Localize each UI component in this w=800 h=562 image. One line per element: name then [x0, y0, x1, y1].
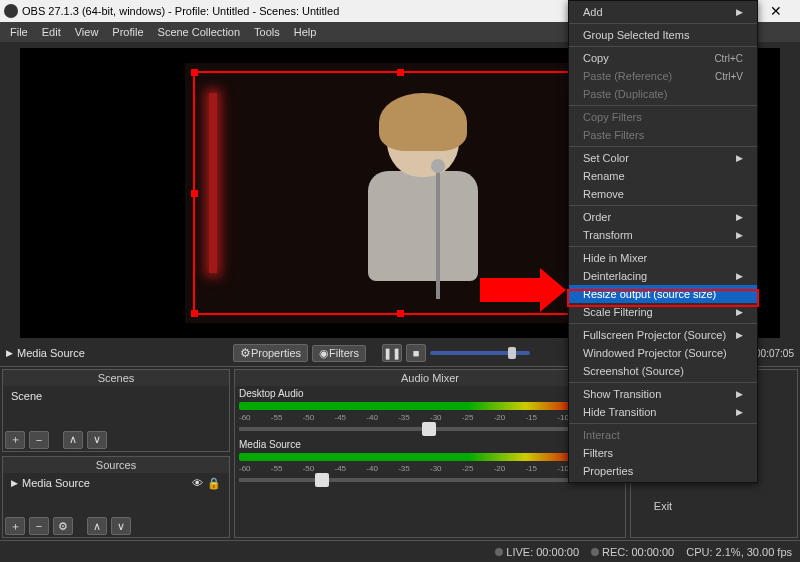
menu-help[interactable]: Help	[288, 24, 323, 40]
add-scene-button[interactable]: ＋	[5, 431, 25, 449]
mixer-channel-name: Media Source	[239, 439, 621, 450]
submenu-arrow-icon: ▶	[736, 407, 743, 417]
ctx-properties[interactable]: Properties	[569, 462, 757, 480]
expand-icon[interactable]: ▶	[11, 478, 18, 488]
ctx-interact: Interact	[569, 426, 757, 444]
sources-panel: Sources ▶ Media Source 👁 🔒 ＋ − ⚙ ∧	[2, 456, 230, 539]
ctx-show-transition[interactable]: Show Transition▶	[569, 385, 757, 403]
ctx-windowed-projector-source-[interactable]: Windowed Projector (Source)	[569, 344, 757, 362]
ctx-scale-filtering[interactable]: Scale Filtering▶	[569, 303, 757, 321]
transition-time: 00:07:05	[755, 348, 794, 359]
ctx-copy-filters: Copy Filters	[569, 108, 757, 126]
ctx-transform[interactable]: Transform▶	[569, 226, 757, 244]
rec-dot-icon	[591, 548, 599, 556]
ctx-set-color[interactable]: Set Color▶	[569, 149, 757, 167]
exit-label[interactable]: Exit	[570, 500, 756, 512]
ctx-deinterlacing[interactable]: Deinterlacing▶	[569, 267, 757, 285]
source-down-button[interactable]: ∨	[111, 517, 131, 535]
ctx-paste-reference-: Paste (Reference)Ctrl+V	[569, 67, 757, 85]
scenes-header: Scenes	[3, 370, 229, 386]
menu-profile[interactable]: Profile	[106, 24, 149, 40]
submenu-arrow-icon: ▶	[736, 212, 743, 222]
ctx-rename[interactable]: Rename	[569, 167, 757, 185]
expand-icon[interactable]: ▶	[6, 348, 13, 358]
handle-tm[interactable]	[397, 69, 404, 76]
rec-status: REC: 00:00:00	[591, 546, 674, 558]
submenu-arrow-icon: ▶	[736, 153, 743, 163]
submenu-arrow-icon: ▶	[736, 230, 743, 240]
scenes-panel: Scenes Scene ＋ − ∧ ∨	[2, 369, 230, 452]
audio-meter	[239, 453, 621, 461]
remove-scene-button[interactable]: −	[29, 431, 49, 449]
meter-ticks: -60-55-50-45-40-35-30-25-20-15-10-50	[239, 464, 621, 476]
stop-button[interactable]: ■	[406, 344, 426, 362]
scene-down-button[interactable]: ∨	[87, 431, 107, 449]
annotation-arrow	[480, 278, 542, 302]
sources-header: Sources	[3, 457, 229, 473]
close-button[interactable]: ✕	[756, 3, 796, 19]
menu-view[interactable]: View	[69, 24, 105, 40]
pause-button[interactable]: ❚❚	[382, 344, 402, 362]
submenu-arrow-icon: ▶	[736, 307, 743, 317]
live-status: LIVE: 00:00:00	[495, 546, 579, 558]
ctx-paste-filters: Paste Filters	[569, 126, 757, 144]
audio-meter	[239, 402, 621, 410]
handle-bm[interactable]	[397, 310, 404, 317]
gear-icon: ⚙	[240, 346, 251, 360]
menu-tools[interactable]: Tools	[248, 24, 286, 40]
ctx-add[interactable]: Add▶	[569, 3, 757, 21]
properties-button[interactable]: ⚙Properties	[233, 344, 308, 362]
menu-scene-collection[interactable]: Scene Collection	[152, 24, 247, 40]
lock-icon[interactable]: 🔒	[207, 477, 221, 490]
remove-source-button[interactable]: −	[29, 517, 49, 535]
ctx-group-selected-items[interactable]: Group Selected Items	[569, 26, 757, 44]
context-menu: Add▶Group Selected ItemsCopyCtrl+CPaste …	[568, 0, 758, 483]
volume-slider[interactable]	[239, 478, 621, 482]
scene-up-button[interactable]: ∧	[63, 431, 83, 449]
ctx-screenshot-source-[interactable]: Screenshot (Source)	[569, 362, 757, 380]
source-item[interactable]: ▶ Media Source 👁 🔒	[7, 475, 225, 492]
volume-slider[interactable]	[239, 427, 621, 431]
source-settings-button[interactable]: ⚙	[53, 517, 73, 535]
filters-button[interactable]: ◉Filters	[312, 345, 366, 362]
menu-file[interactable]: File	[4, 24, 34, 40]
add-source-button[interactable]: ＋	[5, 517, 25, 535]
cpu-status: CPU: 2.1%, 30.00 fps	[686, 546, 792, 558]
scene-item[interactable]: Scene	[7, 388, 225, 404]
submenu-arrow-icon: ▶	[736, 271, 743, 281]
preview-source-label: Media Source	[17, 347, 85, 359]
app-icon	[4, 4, 18, 18]
handle-bl[interactable]	[191, 310, 198, 317]
submenu-arrow-icon: ▶	[736, 389, 743, 399]
ctx-fullscreen-projector-source-[interactable]: Fullscreen Projector (Source)▶	[569, 326, 757, 344]
ctx-remove[interactable]: Remove	[569, 185, 757, 203]
filter-icon: ◉	[319, 347, 329, 359]
ctx-copy[interactable]: CopyCtrl+C	[569, 49, 757, 67]
live-dot-icon	[495, 548, 503, 556]
ctx-hide-in-mixer[interactable]: Hide in Mixer	[569, 249, 757, 267]
statusbar: LIVE: 00:00:00 REC: 00:00:00 CPU: 2.1%, …	[0, 540, 800, 562]
menu-edit[interactable]: Edit	[36, 24, 67, 40]
handle-ml[interactable]	[191, 190, 198, 197]
audio-mixer-header: Audio Mixer	[235, 370, 625, 386]
ctx-paste-duplicate-: Paste (Duplicate)	[569, 85, 757, 103]
visibility-icon[interactable]: 👁	[192, 477, 203, 489]
mixer-channel-name: Desktop Audio	[239, 388, 621, 399]
playback-slider[interactable]	[430, 351, 530, 355]
ctx-hide-transition[interactable]: Hide Transition▶	[569, 403, 757, 421]
submenu-arrow-icon: ▶	[736, 7, 743, 17]
source-up-button[interactable]: ∧	[87, 517, 107, 535]
ctx-resize-output-source-size-[interactable]: Resize output (source size)	[569, 285, 757, 303]
handle-tl[interactable]	[191, 69, 198, 76]
submenu-arrow-icon: ▶	[736, 330, 743, 340]
ctx-filters[interactable]: Filters	[569, 444, 757, 462]
ctx-order[interactable]: Order▶	[569, 208, 757, 226]
